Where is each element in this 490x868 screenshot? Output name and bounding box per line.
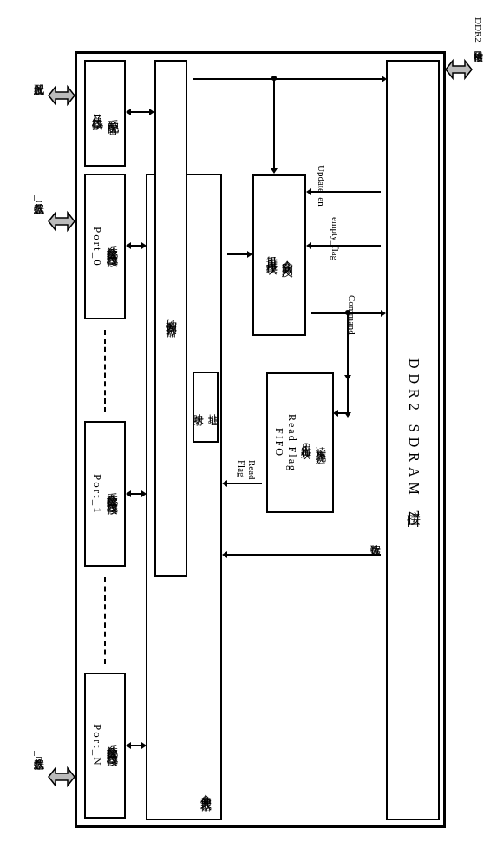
t5: 控制寄存器3: [163, 311, 179, 327]
t3: 系统数据总线接口2 Port_1: [90, 474, 120, 515]
block-addr-map: 地址 映射: [193, 372, 219, 443]
dash-ports-01: [104, 330, 106, 412]
block-port1: 系统数据总线接口2 Port_1: [84, 421, 126, 567]
l-dbn: 数据总线_N: [31, 751, 46, 764]
arrow-empty-flag: [311, 245, 381, 247]
t9: 读标志先进 先出模块6 Read Flag FIFO: [272, 414, 328, 472]
t2: 系统数据总线接口2 Port_0: [90, 227, 120, 267]
dash-ports-1N: [104, 577, 106, 664]
t7: 地址 映射: [191, 405, 220, 409]
l-readflag: Read Flag: [237, 460, 258, 480]
block-portN: 系统数据总线接口2 Port_N: [84, 673, 126, 819]
arrow-p1-arb: [131, 493, 141, 495]
block-config-if: 系统配置 总线接口1: [84, 60, 126, 167]
l-empty: empty_flag: [330, 217, 341, 260]
block-cmd-queue: 命令队列及 重排序模块5: [252, 174, 306, 336]
block-ctrl-reg: 控制寄存器3: [154, 60, 187, 577]
l-db0: 数据总线_0: [31, 195, 46, 206]
arrow-p0-arb: [131, 245, 141, 247]
l-ddr2: DDR2 标准接口信号: [472, 17, 485, 44]
arrow-ctrl-queue: [273, 78, 275, 168]
t4: 系统数据总线接口2 Port_N: [90, 724, 120, 767]
t6: 命令仲裁器 4: [198, 785, 213, 806]
arrow-arb-queue: [227, 253, 247, 255]
block-port0: 系统数据总线接口2 Port_0: [84, 174, 126, 319]
arrow-readdata: [227, 554, 381, 556]
t10: DDR2 SDRAM接口7: [404, 358, 422, 523]
block-read-fifo: 读标志先进 先出模块6 Read Flag FIFO: [266, 372, 334, 513]
l-update: Update_en: [317, 165, 327, 207]
t8: 命令队列及 重排序模块5: [264, 247, 295, 264]
block-ddr-if: DDR2 SDRAM接口7: [386, 60, 440, 820]
arrow-pN-arb: [131, 745, 141, 746]
arrow-config-ctrl: [131, 111, 149, 113]
t1: 系统配置 总线接口1: [89, 106, 121, 121]
arrow-ctrl-ddr: [193, 78, 382, 80]
arrow-readflag: [227, 483, 262, 484]
